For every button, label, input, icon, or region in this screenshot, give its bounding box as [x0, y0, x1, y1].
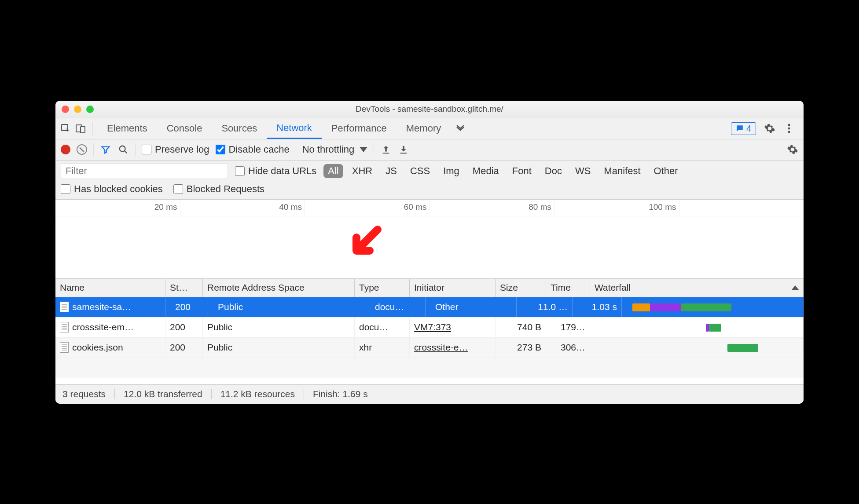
divider — [135, 143, 136, 156]
table-row[interactable]: samesite-sa…200Publicdocu…Other11.0 …1.0… — [55, 297, 804, 318]
filter-type-manifest[interactable]: Manifest — [599, 164, 645, 178]
messages-badge[interactable]: 4 — [731, 122, 756, 135]
hide-data-urls-checkbox[interactable]: Hide data URLs — [235, 165, 316, 177]
cell-initiator: crosssite-e… — [410, 338, 496, 358]
download-har-icon[interactable] — [398, 144, 409, 155]
cell-status: 200 — [171, 297, 208, 317]
col-status[interactable]: St… — [165, 279, 203, 297]
tab-elements[interactable]: Elements — [97, 118, 157, 139]
filter-type-ws[interactable]: WS — [571, 164, 595, 178]
col-remote-address-space[interactable]: Remote Address Space — [203, 279, 355, 297]
col-time[interactable]: Time — [546, 279, 590, 297]
cell-time: 306… — [546, 338, 590, 358]
timeline-overview[interactable]: 20 ms40 ms60 ms80 ms100 ms — [55, 200, 804, 279]
filter-icon[interactable] — [100, 144, 111, 155]
cell-type: xhr — [355, 338, 410, 358]
filter-type-xhr[interactable]: XHR — [348, 164, 377, 178]
more-tabs-button[interactable] — [451, 125, 470, 131]
col-waterfall[interactable]: Waterfall — [590, 279, 804, 297]
svg-point-4 — [788, 128, 790, 130]
svg-point-3 — [788, 124, 790, 126]
minimize-button[interactable] — [74, 106, 81, 113]
chevron-down-icon — [360, 147, 367, 152]
status-requests: 3 requests — [62, 389, 106, 399]
network-toolbar: Preserve log Disable cache No throttling — [55, 139, 804, 161]
titlebar: DevTools - samesite-sandbox.glitch.me/ — [55, 101, 804, 118]
svg-rect-2 — [81, 127, 85, 133]
blocked-requests-checkbox[interactable]: Blocked Requests — [173, 183, 264, 195]
record-button[interactable] — [61, 145, 70, 154]
tab-performance[interactable]: Performance — [322, 118, 396, 139]
cell-ras: Public — [203, 318, 355, 337]
filter-type-img[interactable]: Img — [439, 164, 464, 178]
cell-status: 200 — [165, 338, 203, 358]
filter-bar: Hide data URLs AllXHRJSCSSImgMediaFontDo… — [55, 161, 804, 200]
divider — [92, 122, 93, 135]
empty-row — [55, 378, 804, 384]
zoom-button[interactable] — [86, 106, 94, 113]
network-settings-icon[interactable] — [787, 144, 798, 155]
cell-time: 179… — [546, 318, 590, 337]
cell-name: crosssite-em… — [55, 318, 165, 337]
filter-input[interactable] — [61, 163, 228, 179]
divider — [296, 143, 296, 156]
tab-memory[interactable]: Memory — [396, 118, 451, 139]
tab-console[interactable]: Console — [157, 118, 212, 139]
main-tabbar: ElementsConsoleSourcesNetworkPerformance… — [55, 118, 804, 139]
filter-type-js[interactable]: JS — [381, 164, 401, 178]
timeline-tick: 100 ms — [554, 200, 679, 216]
file-icon — [60, 322, 69, 332]
filter-type-other[interactable]: Other — [650, 164, 683, 178]
col-size[interactable]: Size — [496, 279, 546, 297]
cell-initiator: Other — [431, 297, 517, 317]
tab-sources[interactable]: Sources — [212, 118, 267, 139]
cell-waterfall — [590, 338, 804, 358]
settings-icon[interactable] — [764, 123, 775, 134]
file-icon — [60, 302, 69, 312]
cell-name: samesite-sa… — [55, 297, 165, 317]
upload-har-icon[interactable] — [380, 144, 392, 155]
kebab-icon[interactable] — [783, 123, 795, 134]
cell-size: 273 B — [496, 338, 546, 358]
filter-type-media[interactable]: Media — [468, 164, 503, 178]
divider — [374, 143, 374, 156]
has-blocked-cookies-checkbox[interactable]: Has blocked cookies — [61, 183, 163, 195]
svg-point-6 — [120, 146, 125, 152]
network-table: Name St… Remote Address Space Type Initi… — [55, 279, 804, 384]
clear-button[interactable] — [77, 144, 87, 155]
filter-type-font[interactable]: Font — [508, 164, 536, 178]
table-row[interactable]: crosssite-em…200Publicdocu…VM7:373740 B1… — [55, 318, 804, 338]
filter-type-css[interactable]: CSS — [406, 164, 434, 178]
timeline-tick: 20 ms — [55, 200, 180, 216]
cell-name: cookies.json — [55, 338, 165, 358]
timeline-tick: 40 ms — [180, 200, 305, 216]
waterfall-bar — [632, 303, 650, 311]
cell-size: 11.0 … — [522, 297, 573, 317]
filter-type-doc[interactable]: Doc — [540, 164, 566, 178]
svg-point-5 — [788, 131, 790, 133]
cell-status: 200 — [165, 318, 203, 337]
divider — [93, 143, 94, 156]
col-type[interactable]: Type — [355, 279, 410, 297]
device-icon[interactable] — [75, 123, 86, 134]
cell-waterfall — [627, 297, 804, 317]
filter-type-all[interactable]: All — [323, 164, 343, 178]
cell-time: 1.03 s — [578, 297, 622, 317]
file-icon — [60, 342, 69, 353]
table-row[interactable]: cookies.json200Publicxhrcrosssite-e…273 … — [55, 338, 804, 358]
cell-ras: Public — [203, 338, 355, 358]
cell-initiator: VM7:373 — [410, 318, 496, 337]
status-bar: 3 requests 12.0 kB transferred 11.2 kB r… — [55, 384, 804, 404]
search-icon[interactable] — [117, 144, 129, 155]
waterfall-bar — [681, 303, 731, 311]
preserve-log-checkbox[interactable]: Preserve log — [142, 144, 209, 155]
close-button[interactable] — [62, 106, 69, 113]
disable-cache-checkbox[interactable]: Disable cache — [216, 144, 290, 155]
traffic-lights — [55, 106, 94, 113]
inspect-icon[interactable] — [60, 123, 71, 134]
col-initiator[interactable]: Initiator — [410, 279, 496, 297]
col-name[interactable]: Name — [55, 279, 165, 297]
waterfall-bar — [706, 324, 709, 332]
tab-network[interactable]: Network — [267, 118, 322, 139]
throttling-select[interactable]: No throttling — [302, 144, 368, 155]
